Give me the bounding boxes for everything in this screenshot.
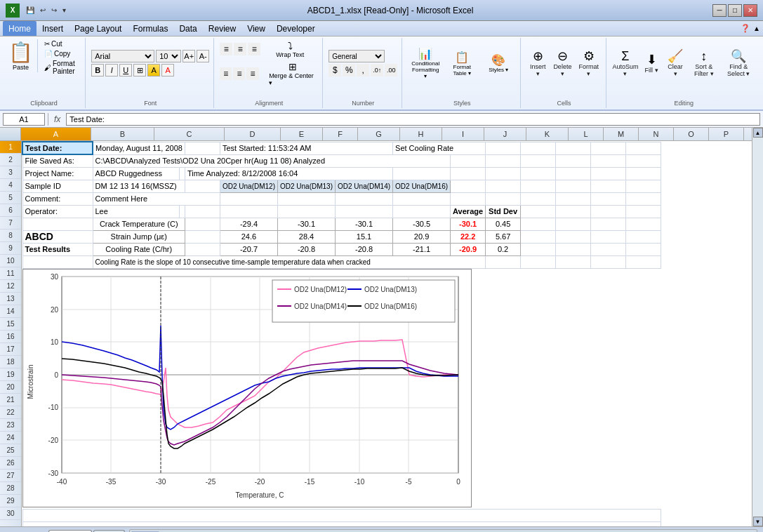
cell-F1[interactable]: [185, 142, 220, 154]
cell-reference-box[interactable]: [3, 113, 45, 126]
cell-F6[interactable]: [185, 205, 220, 218]
font-color-btn[interactable]: A: [161, 64, 174, 77]
row-header-25[interactable]: 25: [0, 444, 21, 457]
customize-quick-btn[interactable]: ▾: [60, 6, 68, 15]
cell-N7[interactable]: [556, 218, 591, 230]
row-header-29[interactable]: 29: [0, 495, 21, 507]
menu-data[interactable]: Data: [173, 21, 202, 36]
cell-L9[interactable]: 0.2: [486, 243, 521, 255]
cell-O5[interactable]: [591, 192, 626, 205]
row-header-12[interactable]: 12: [0, 280, 21, 293]
font-name-select[interactable]: Arial: [91, 50, 154, 62]
autosum-button[interactable]: Σ AutoSum ▾: [612, 48, 639, 79]
cell-F9[interactable]: [185, 243, 220, 255]
cell-A1[interactable]: Test Date:: [22, 142, 93, 154]
cell-A10[interactable]: [22, 255, 93, 268]
cell-B10[interactable]: Cooling Rate is the slope of 10 consecut…: [93, 255, 486, 268]
cell-I5[interactable]: [336, 192, 393, 205]
col-header-G[interactable]: G: [358, 128, 400, 140]
cell-O1[interactable]: [591, 142, 626, 154]
cell-I8[interactable]: 15.1: [336, 230, 393, 243]
cell-G5[interactable]: [220, 192, 277, 205]
cell-A4[interactable]: Sample ID: [22, 180, 93, 192]
cell-J4[interactable]: OD2 Una(DM16): [393, 180, 451, 192]
cell-F8[interactable]: [185, 230, 220, 243]
cell-styles-button[interactable]: 🎨 Styles ▾: [481, 52, 516, 74]
align-center-btn[interactable]: ≡: [233, 67, 245, 80]
cell-G4[interactable]: OD2 Una(DM12): [220, 180, 277, 192]
cell-J1[interactable]: Set Cooling Rate: [393, 142, 486, 154]
align-top-left-btn[interactable]: ≡: [220, 43, 232, 55]
decimal-dec-btn[interactable]: .00: [385, 64, 397, 77]
col-header-F[interactable]: F: [323, 128, 358, 140]
cell-O4[interactable]: [591, 180, 626, 192]
menu-developer[interactable]: Developer: [271, 21, 321, 36]
cell-G8[interactable]: 24.6: [220, 230, 277, 243]
decimal-inc-btn[interactable]: .0↑: [371, 64, 383, 77]
bold-btn[interactable]: B: [91, 64, 104, 77]
cell-M1[interactable]: [521, 142, 556, 154]
row-header-28[interactable]: 28: [0, 482, 21, 495]
cell-N5[interactable]: [556, 192, 591, 205]
menu-insert[interactable]: Insert: [37, 21, 69, 36]
col-header-N[interactable]: N: [639, 128, 674, 140]
row-header-7[interactable]: 7: [0, 217, 21, 230]
cell-A9[interactable]: Test Results: [22, 243, 93, 255]
cell-M3[interactable]: [521, 167, 556, 180]
cell-H8[interactable]: 28.4: [277, 230, 335, 243]
cell-B2[interactable]: C:\ABCD\Analyzed Tests\OD2 Una 20Cper hr…: [93, 154, 451, 167]
row-header-18[interactable]: 18: [0, 356, 21, 368]
conditional-formatting-button[interactable]: 📊 ConditionalFormatting ▾: [408, 46, 443, 81]
comma-btn[interactable]: ,: [357, 64, 369, 77]
cell-K8[interactable]: 22.2: [451, 230, 486, 243]
save-quick-btn[interactable]: 💾: [24, 6, 37, 15]
cell-P8[interactable]: [626, 230, 661, 243]
cell-B8[interactable]: Strain Jump (με): [93, 230, 185, 243]
cell-P2[interactable]: [626, 154, 661, 167]
row-header-19[interactable]: 19: [0, 368, 21, 381]
cell-N10[interactable]: [556, 255, 591, 268]
row-header-6[interactable]: 6: [0, 204, 21, 217]
cell-N2[interactable]: [556, 154, 591, 167]
col-header-J[interactable]: J: [484, 128, 526, 140]
cut-button[interactable]: ✂ Cut: [42, 39, 81, 48]
row-header-4[interactable]: 4: [0, 179, 21, 192]
vertical-scrollbar[interactable]: ▲ ▼: [752, 128, 763, 526]
cell-P6[interactable]: [626, 205, 661, 218]
minimize-btn[interactable]: ─: [712, 4, 726, 17]
fill-color-btn[interactable]: A: [147, 64, 160, 77]
row-header-13[interactable]: 13: [0, 293, 21, 305]
col-header-C[interactable]: C: [154, 128, 225, 140]
cell-K6[interactable]: Average: [451, 205, 486, 218]
row-header-9[interactable]: 9: [0, 242, 21, 255]
col-header-A[interactable]: A: [21, 128, 91, 140]
cell-O9[interactable]: [591, 243, 626, 255]
col-header-E[interactable]: E: [281, 128, 323, 140]
align-left-btn[interactable]: ≡: [220, 67, 232, 80]
scroll-down-btn[interactable]: ▼: [753, 517, 763, 526]
menu-formulas[interactable]: Formulas: [127, 21, 173, 36]
underline-btn[interactable]: U: [119, 64, 132, 77]
increase-font-btn[interactable]: A+: [183, 50, 195, 62]
col-header-P[interactable]: P: [709, 128, 744, 140]
copy-button[interactable]: 📄 Copy: [42, 49, 81, 58]
row-header-5[interactable]: 5: [0, 192, 21, 204]
cell-J5[interactable]: [393, 192, 451, 205]
decrease-font-btn[interactable]: A-: [197, 50, 209, 62]
maximize-btn[interactable]: □: [728, 4, 742, 17]
cell-I7[interactable]: -30.1: [336, 218, 393, 230]
cell-P5[interactable]: [626, 192, 661, 205]
cell-L7[interactable]: 0.45: [486, 218, 521, 230]
cell-M5[interactable]: [521, 192, 556, 205]
col-header-K[interactable]: K: [526, 128, 569, 140]
horizontal-scrollbar[interactable]: [129, 529, 757, 532]
clear-button[interactable]: 🧹 Clear ▾: [664, 48, 686, 79]
align-top-right-btn[interactable]: ≡: [248, 43, 260, 55]
currency-btn[interactable]: $: [329, 64, 341, 77]
cell-H4[interactable]: OD2 Una(DM13): [277, 180, 335, 192]
col-header-D[interactable]: D: [225, 128, 281, 140]
menu-home[interactable]: Home: [3, 21, 37, 36]
cell-E6[interactable]: [179, 205, 185, 218]
cell-F7[interactable]: [185, 218, 220, 230]
cell-G7[interactable]: -29.4: [220, 218, 277, 230]
